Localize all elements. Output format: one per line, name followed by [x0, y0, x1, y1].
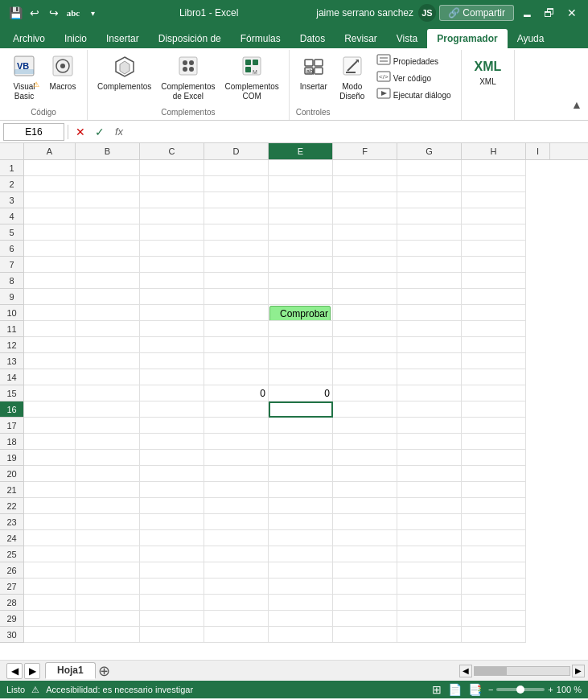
cell-F10[interactable]	[333, 305, 397, 321]
cell-E28[interactable]	[269, 595, 333, 611]
cell-E20[interactable]	[269, 466, 333, 482]
row-header-7[interactable]: 7	[0, 257, 24, 273]
cell-D13[interactable]	[204, 353, 269, 369]
cell-H19[interactable]	[462, 450, 526, 466]
cell-B17[interactable]	[76, 418, 140, 434]
cell-D16[interactable]	[204, 401, 269, 418]
cell-D4[interactable]	[204, 208, 269, 224]
cell-G20[interactable]	[397, 466, 462, 482]
sheet-next-button[interactable]: ▶	[24, 663, 40, 679]
row-header-28[interactable]: 28	[0, 595, 24, 611]
cell-C30[interactable]	[140, 627, 204, 643]
cell-A17[interactable]	[24, 418, 76, 434]
row-header-24[interactable]: 24	[0, 530, 24, 546]
row-header-11[interactable]: 11	[0, 321, 24, 337]
row-header-10[interactable]: 10	[0, 305, 24, 321]
cell-H6[interactable]	[462, 241, 526, 257]
cell-D11[interactable]	[204, 321, 269, 337]
cell-H11[interactable]	[462, 321, 526, 337]
cell-G23[interactable]	[397, 514, 462, 530]
cell-F23[interactable]	[333, 514, 397, 530]
cell-H18[interactable]	[462, 434, 526, 450]
share-button[interactable]: 🔗 Compartir	[439, 5, 514, 21]
insertar-controles-button[interactable]: ab| Insertar	[296, 53, 331, 93]
cell-E26[interactable]	[269, 562, 333, 579]
cell-G18[interactable]	[397, 434, 462, 450]
cell-G6[interactable]	[397, 241, 462, 257]
cell-F12[interactable]	[333, 337, 397, 353]
cell-F25[interactable]	[333, 546, 397, 562]
cell-C16[interactable]	[140, 401, 204, 418]
save-button[interactable]: 💾	[6, 4, 24, 22]
cell-G27[interactable]	[397, 579, 462, 595]
col-header-c[interactable]: C	[140, 143, 204, 159]
cell-B27[interactable]	[76, 579, 140, 595]
cell-H20[interactable]	[462, 466, 526, 482]
cell-A7[interactable]	[24, 257, 76, 273]
cell-G19[interactable]	[397, 450, 462, 466]
cell-C24[interactable]	[140, 530, 204, 546]
tab-disposicion[interactable]: Disposición de	[149, 29, 231, 48]
col-header-d[interactable]: D	[204, 143, 269, 159]
cell-F19[interactable]	[333, 450, 397, 466]
sheet-prev-button[interactable]: ◀	[6, 663, 23, 679]
cell-B25[interactable]	[76, 546, 140, 562]
cell-B26[interactable]	[76, 562, 140, 579]
cell-G2[interactable]	[397, 176, 462, 192]
cell-C17[interactable]	[140, 418, 204, 434]
cell-A24[interactable]	[24, 530, 76, 546]
row-header-23[interactable]: 23	[0, 514, 24, 530]
tab-ayuda[interactable]: Ayuda	[508, 29, 554, 48]
cell-A21[interactable]	[24, 482, 76, 498]
tab-vista[interactable]: Vista	[387, 29, 427, 48]
cell-B19[interactable]	[76, 450, 140, 466]
cell-H28[interactable]	[462, 595, 526, 611]
cell-G26[interactable]	[397, 562, 462, 579]
cell-H30[interactable]	[462, 627, 526, 643]
cell-C26[interactable]	[140, 562, 204, 579]
cell-C3[interactable]	[140, 192, 204, 208]
cell-H7[interactable]	[462, 257, 526, 273]
cell-F18[interactable]	[333, 434, 397, 450]
cell-F14[interactable]	[333, 369, 397, 385]
cell-H9[interactable]	[462, 289, 526, 305]
cell-E4[interactable]	[269, 208, 333, 224]
cell-C14[interactable]	[140, 369, 204, 385]
spelling-button[interactable]: abc	[64, 4, 82, 22]
cell-G25[interactable]	[397, 546, 462, 562]
cell-D10[interactable]	[204, 305, 269, 321]
cell-H8[interactable]	[462, 273, 526, 289]
cell-G4[interactable]	[397, 208, 462, 224]
cell-A19[interactable]	[24, 450, 76, 466]
cell-F8[interactable]	[333, 273, 397, 289]
cell-F2[interactable]	[333, 176, 397, 192]
cell-C12[interactable]	[140, 337, 204, 353]
cell-H1[interactable]	[462, 160, 526, 176]
scroll-right-button[interactable]: ▶	[572, 665, 585, 677]
cell-B18[interactable]	[76, 434, 140, 450]
cell-H29[interactable]	[462, 611, 526, 627]
cell-G5[interactable]	[397, 224, 462, 241]
cell-C28[interactable]	[140, 595, 204, 611]
cell-E18[interactable]	[269, 434, 333, 450]
tab-archivo[interactable]: Archivo	[3, 29, 55, 48]
cell-D22[interactable]	[204, 498, 269, 514]
cell-C22[interactable]	[140, 498, 204, 514]
propiedades-button[interactable]: Propiedades	[373, 53, 454, 69]
cell-C25[interactable]	[140, 546, 204, 562]
complementos-excel-button[interactable]: Complementosde Excel	[158, 53, 218, 103]
formula-confirm-button[interactable]: ✓	[91, 123, 109, 141]
cell-A11[interactable]	[24, 321, 76, 337]
cell-E30[interactable]	[269, 627, 333, 643]
cell-G29[interactable]	[397, 611, 462, 627]
cell-E14[interactable]	[269, 369, 333, 385]
row-header-9[interactable]: 9	[0, 289, 24, 305]
cell-H25[interactable]	[462, 546, 526, 562]
cell-E29[interactable]	[269, 611, 333, 627]
cell-F9[interactable]	[333, 289, 397, 305]
cell-G3[interactable]	[397, 192, 462, 208]
row-header-18[interactable]: 18	[0, 434, 24, 450]
cell-B30[interactable]	[76, 627, 140, 643]
cell-G11[interactable]	[397, 321, 462, 337]
cell-G1[interactable]	[397, 160, 462, 176]
